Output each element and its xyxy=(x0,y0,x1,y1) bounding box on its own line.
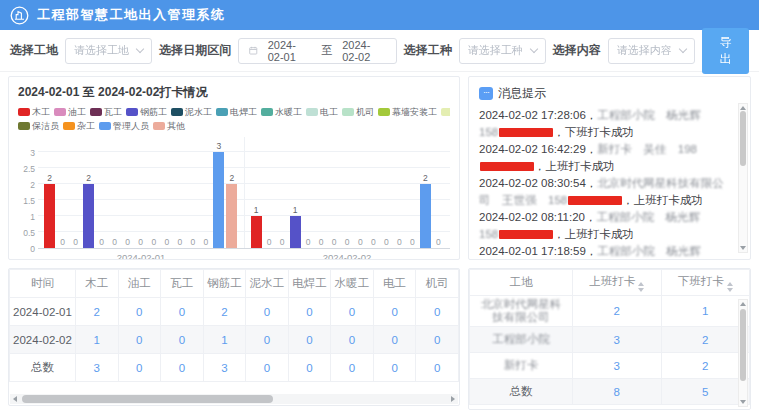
checkin-count-cell[interactable]: 3 xyxy=(573,327,662,353)
legend-item-电焊工[interactable]: 电焊工 xyxy=(216,106,257,119)
column-header-下班打卡[interactable]: 下班打卡 xyxy=(661,270,750,296)
scroll-up-arrow[interactable] xyxy=(740,302,746,306)
scrollbar-thumb[interactable] xyxy=(22,395,273,403)
sort-icon[interactable] xyxy=(727,282,733,292)
scrollbar-thumb[interactable] xyxy=(740,111,746,166)
table-cell-value[interactable]: 0 xyxy=(373,354,416,382)
table-cell-value[interactable]: 2 xyxy=(203,298,246,326)
date-end-value[interactable]: 2024-02-02 xyxy=(342,39,386,63)
scroll-down-arrow[interactable] xyxy=(740,400,746,404)
legend-item-电工[interactable]: 电工 xyxy=(306,106,338,119)
site-name-cell: 总数 xyxy=(470,379,573,405)
table-cell-value[interactable]: 3 xyxy=(76,354,119,382)
table-row: 工程部小院32 xyxy=(470,327,750,353)
table-cell-value[interactable]: 0 xyxy=(416,326,459,354)
redacted-phone-block xyxy=(499,128,553,137)
scroll-left-arrow[interactable] xyxy=(13,396,17,402)
table-cell-value[interactable]: 0 xyxy=(118,354,161,382)
sort-icon[interactable] xyxy=(638,282,644,292)
site-select[interactable]: 请选择工地 xyxy=(65,38,152,64)
table-cell-value[interactable]: 3 xyxy=(203,354,246,382)
legend-item-其他[interactable]: 其他 xyxy=(153,120,185,133)
legend-item-瓦工[interactable]: 瓦工 xyxy=(90,106,122,119)
checkout-count-cell[interactable]: 2 xyxy=(661,353,750,379)
content-select[interactable]: 请选择内容 xyxy=(608,38,695,64)
legend-item-杂工[interactable]: 杂工 xyxy=(63,120,95,133)
table-cell-value[interactable]: 0 xyxy=(161,354,204,382)
table-row: 2024-02-02100100000 xyxy=(10,326,459,354)
checkout-count-cell[interactable]: 2 xyxy=(661,327,750,353)
table-cell-value[interactable]: 0 xyxy=(288,326,331,354)
column-header-木工: 木工 xyxy=(76,270,119,298)
checkin-count-cell[interactable]: 8 xyxy=(573,379,662,405)
scroll-down-arrow[interactable] xyxy=(740,246,746,250)
sort-descending-icon[interactable] xyxy=(727,288,733,292)
bar-zero-label: 0 xyxy=(60,237,65,247)
table-cell-value[interactable]: 1 xyxy=(203,326,246,354)
table-cell-value[interactable]: 0 xyxy=(118,326,161,354)
table-cell-value[interactable]: 0 xyxy=(373,298,416,326)
legend-item-幕墙安装工[interactable]: 幕墙安装工 xyxy=(378,106,437,119)
table-cell-value[interactable]: 0 xyxy=(288,298,331,326)
export-button[interactable]: 导出 xyxy=(702,28,749,74)
scroll-up-arrow[interactable] xyxy=(740,106,746,110)
table-cell-value[interactable]: 0 xyxy=(161,298,204,326)
column-header-上班打卡[interactable]: 上班打卡 xyxy=(573,270,662,296)
sort-descending-icon[interactable] xyxy=(638,288,644,292)
site-table-scrollbar[interactable] xyxy=(738,299,748,407)
message-result: ，上班打卡成功 xyxy=(534,160,615,172)
horizontal-scrollbar[interactable] xyxy=(10,394,458,404)
message-scrollbar[interactable] xyxy=(738,103,748,253)
date-start-value[interactable]: 2024-02-01 xyxy=(268,39,312,63)
legend-item-泥水工[interactable]: 泥水工 xyxy=(171,106,212,119)
table-cell-value[interactable]: 0 xyxy=(373,326,416,354)
legend-item-打胶工[interactable]: 打胶工 xyxy=(441,106,450,119)
worktype-select-placeholder: 请选择工种 xyxy=(468,43,523,58)
table-cell-value[interactable]: 0 xyxy=(288,354,331,382)
legend-item-保洁员[interactable]: 保洁员 xyxy=(18,120,59,133)
legend-label: 杂工 xyxy=(77,120,95,133)
table-cell-value[interactable]: 0 xyxy=(246,326,289,354)
legend-swatch xyxy=(378,108,390,116)
table-cell-value[interactable]: 2 xyxy=(76,298,119,326)
worktype-table-card: 时间木工油工瓦工钢筋工泥水工电焊工水暖工电工机司 2024-02-0120020… xyxy=(8,268,460,406)
y-tick-label: 0.5 xyxy=(23,228,35,238)
column-header-钢筋工: 钢筋工 xyxy=(203,270,246,298)
legend-item-钢筋工[interactable]: 钢筋工 xyxy=(126,106,167,119)
table-cell-value[interactable]: 1 xyxy=(76,326,119,354)
scrollbar-thumb[interactable] xyxy=(740,309,746,381)
bar-zero-label: 0 xyxy=(371,237,376,247)
table-cell-value[interactable]: 0 xyxy=(118,298,161,326)
legend-label: 木工 xyxy=(32,106,50,119)
legend-label: 瓦工 xyxy=(104,106,122,119)
checkout-count-cell[interactable]: 5 xyxy=(661,379,750,405)
column-header-泥水工: 泥水工 xyxy=(246,270,289,298)
scroll-right-arrow[interactable] xyxy=(451,396,455,402)
worktype-select[interactable]: 请选择工种 xyxy=(459,38,546,64)
checkout-count-cell[interactable]: 1 xyxy=(661,296,750,327)
calendar-icon xyxy=(249,45,258,56)
sort-ascending-icon[interactable] xyxy=(727,282,733,286)
table-cell-value[interactable]: 0 xyxy=(416,298,459,326)
legend-swatch xyxy=(18,122,30,130)
bar-slot-杂工: 0 xyxy=(406,137,419,248)
table-cell-value[interactable]: 0 xyxy=(331,298,374,326)
bar-slot-钢筋工: 1 xyxy=(289,137,302,248)
legend-item-木工[interactable]: 木工 xyxy=(18,106,50,119)
checkin-count-cell[interactable]: 2 xyxy=(573,296,662,327)
table-cell-value[interactable]: 0 xyxy=(161,326,204,354)
table-cell-value[interactable]: 0 xyxy=(246,354,289,382)
legend-item-水暖工[interactable]: 水暖工 xyxy=(261,106,302,119)
table-cell-value[interactable]: 0 xyxy=(246,298,289,326)
legend-item-油工[interactable]: 油工 xyxy=(54,106,86,119)
bar-slot-木工: 1 xyxy=(250,137,263,248)
legend-item-管理人员[interactable]: 管理人员 xyxy=(99,120,149,133)
table-cell-value[interactable]: 0 xyxy=(331,354,374,382)
checkin-count-cell[interactable]: 3 xyxy=(573,353,662,379)
date-range-picker[interactable]: 2024-02-01 至 2024-02-02 xyxy=(238,38,397,64)
message-person-redacted: 吴佳 xyxy=(643,143,666,155)
table-cell-value[interactable]: 0 xyxy=(331,326,374,354)
legend-item-机司[interactable]: 机司 xyxy=(342,106,374,119)
table-cell-value[interactable]: 0 xyxy=(416,354,459,382)
sort-ascending-icon[interactable] xyxy=(638,282,644,286)
